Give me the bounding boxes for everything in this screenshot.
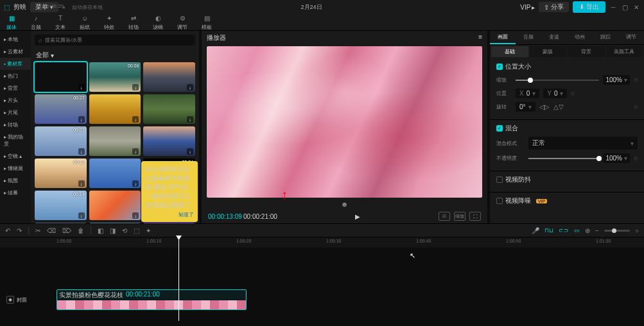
align-icon[interactable]: ⊕ <box>585 227 590 234</box>
subtab-基础[interactable]: 基础 <box>491 46 528 57</box>
play-button[interactable]: ▶ <box>355 213 360 220</box>
blend-check[interactable]: ✓ <box>496 125 503 132</box>
redo-icon[interactable]: ↷ <box>17 227 22 234</box>
ai-icon[interactable]: ✦ <box>146 227 151 234</box>
pos-y[interactable]: Y0▾ <box>543 89 567 98</box>
thumbnail[interactable]: 00:14↓ <box>35 191 87 220</box>
keyframe-icon[interactable]: ◇ <box>634 104 638 110</box>
fullscreen-icon[interactable]: ⛶ <box>469 212 481 221</box>
scale-icon[interactable]: 缩放 <box>454 212 466 221</box>
track-toggle[interactable]: ◉ <box>6 296 14 304</box>
playhead[interactable] <box>178 237 179 321</box>
stabilize-check[interactable] <box>496 176 503 183</box>
preview-icon[interactable]: ▭ <box>574 227 580 234</box>
ratio-icon[interactable]: ⊡ <box>439 212 450 221</box>
sidebar-我的场景[interactable]: ▸ 我的场景 <box>0 131 31 150</box>
tooltip-ok[interactable]: 知道了 <box>145 211 194 218</box>
tab-音频[interactable]: 音频 <box>516 31 541 44</box>
thumbnail[interactable]: 00:13↓ <box>35 159 87 188</box>
rot-value[interactable]: 0°▾ <box>516 102 535 112</box>
delete-left-icon[interactable]: ⌫ <box>47 227 56 234</box>
video-clip[interactable]: 实景拍摄粉色樱花花枝00:00:21:00 <box>57 289 247 310</box>
sidebar-情绪展[interactable]: ▸ 情绪展 <box>0 162 31 175</box>
thumbnail[interactable]: 00:08↓ <box>89 62 141 92</box>
mirror-icon[interactable]: ◨ <box>110 227 116 234</box>
mic-icon[interactable]: 🎤 <box>532 227 539 234</box>
thumbnail[interactable]: 00:27↓ <box>35 94 87 124</box>
thumbnail[interactable]: ↓ <box>89 126 141 156</box>
split-icon[interactable]: ✂ <box>35 227 40 234</box>
flip-h-icon[interactable]: ◁▷ <box>539 103 550 110</box>
zoom-out-icon[interactable]: − <box>595 227 599 234</box>
preview-face-icon[interactable]: ☻ <box>341 200 349 208</box>
thumbnail[interactable]: ↓ <box>35 223 87 223</box>
tab-动画[interactable]: 动画 <box>567 31 593 44</box>
sidebar-氛围[interactable]: ▸ 氛围 <box>0 175 31 187</box>
toolbar-贴纸[interactable]: ☺贴纸 <box>80 14 90 31</box>
toolbar-音频[interactable]: ♪音频 <box>31 14 41 31</box>
toolbar-滤镜[interactable]: ◐滤镜 <box>153 14 163 31</box>
thumbnail[interactable]: ↓ <box>143 94 195 124</box>
delete-icon[interactable]: 🗑 <box>78 227 84 234</box>
toolbar-模板[interactable]: ▤模板 <box>202 14 212 31</box>
tab-变速[interactable]: 变速 <box>541 31 567 44</box>
tab-画面[interactable]: 画面 <box>490 31 516 44</box>
minimize-icon[interactable]: ─ <box>609 3 617 11</box>
export-button[interactable]: ⬇ 导出 <box>573 1 605 13</box>
thumbnail[interactable]: ↓ <box>89 159 141 188</box>
sidebar-云素材[interactable]: ▸ 云素材 <box>0 46 31 58</box>
tab-跟踪[interactable]: 跟踪 <box>593 31 618 44</box>
search-input[interactable] <box>45 37 191 43</box>
keyframe-icon[interactable]: ◇ <box>634 155 638 161</box>
thumbnail[interactable]: 00:07↓ <box>35 126 87 156</box>
delete-right-icon[interactable]: ⌦ <box>62 227 71 234</box>
subtab-美颜工具[interactable]: 美颜工具 <box>606 46 643 57</box>
scale-value[interactable]: 100%▾ <box>603 75 630 85</box>
vip-badge[interactable]: VIP▸ <box>520 4 535 11</box>
sidebar-转场[interactable]: ▸ 转场 <box>0 119 31 131</box>
preview-menu-icon[interactable]: ≡ <box>478 33 482 42</box>
opacity-slider[interactable] <box>528 158 599 159</box>
keyframe-icon[interactable]: ◇ <box>571 90 575 96</box>
sidebar-片尾[interactable]: ▸ 片尾 <box>0 107 31 119</box>
flip-v-icon[interactable]: △▽ <box>553 103 564 110</box>
search-box[interactable]: ⌕ <box>35 35 195 46</box>
thumbnail[interactable]: ↓ <box>89 191 141 220</box>
crop-icon[interactable]: ⬚ <box>134 227 139 234</box>
close-icon[interactable]: ✕ <box>632 3 640 11</box>
keyframe-icon[interactable]: ◇ <box>634 77 638 83</box>
sidebar-绿幕[interactable]: ▸ 绿幕 <box>0 187 31 199</box>
zoom-in-icon[interactable]: ○ <box>635 227 639 234</box>
opacity-value[interactable]: 100%▾ <box>603 153 630 163</box>
sidebar-素材库[interactable]: • 素材库 <box>0 58 31 70</box>
toolbar-文本[interactable]: T文本 <box>55 14 65 31</box>
timeline-body[interactable]: ◉ 封面 实景拍摄粉色樱花花枝00:00:21:00 <box>0 248 644 326</box>
thumbnail[interactable]: ↓ <box>89 94 141 124</box>
thumbnail[interactable]: ↓ <box>143 126 195 156</box>
maximize-icon[interactable]: ▢ <box>621 3 629 11</box>
undo-icon[interactable]: ↶ <box>5 227 10 234</box>
preview-viewport[interactable] <box>207 46 482 198</box>
thumbnail[interactable]: ↓ <box>143 62 195 92</box>
thumbnail[interactable]: ↓ <box>143 223 195 223</box>
toolbar-媒体[interactable]: ▦媒体 <box>6 14 17 31</box>
pos-size-check[interactable]: ✓ <box>496 64 503 70</box>
sidebar-本地[interactable]: ▸ 本地 <box>0 33 31 46</box>
share-button[interactable]: ⇪分享 <box>539 2 569 12</box>
thumbnail[interactable]: ↓ <box>35 62 87 92</box>
rotate-icon[interactable]: ⟲ <box>122 227 127 234</box>
sidebar-热门[interactable]: ▸ 热门 <box>0 70 31 82</box>
thumbnail[interactable]: ↓ <box>89 223 141 223</box>
tab-调节[interactable]: 调节 <box>618 31 644 44</box>
sort-dropdown[interactable]: 全部▾ <box>31 49 199 61</box>
toolbar-调节[interactable]: ⚙调节 <box>177 14 187 31</box>
subtab-蒙版[interactable]: 蒙版 <box>530 46 567 57</box>
scale-slider[interactable] <box>516 80 599 81</box>
link-icon[interactable]: ⊂⊃ <box>559 227 569 234</box>
pos-x[interactable]: X0▾ <box>516 89 539 98</box>
denoise-check[interactable] <box>496 198 503 204</box>
blend-mode-select[interactable]: 正常▾ <box>528 137 638 150</box>
toolbar-转场[interactable]: ⇄转场 <box>128 14 139 31</box>
tool-icon[interactable]: ◧ <box>98 227 103 234</box>
sidebar-空镜[interactable]: ▸ 空镜 ▴ <box>0 150 31 162</box>
